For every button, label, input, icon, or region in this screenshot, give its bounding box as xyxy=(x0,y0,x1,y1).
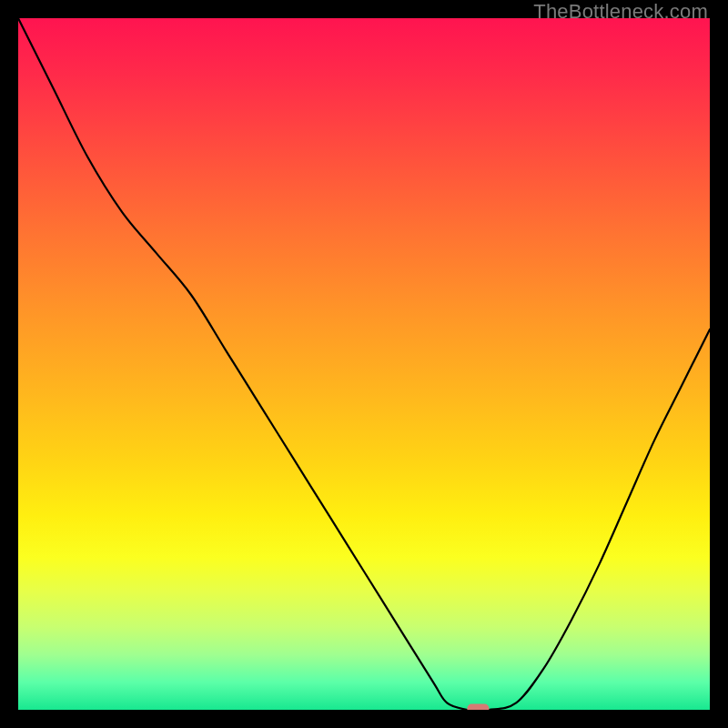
watermark-text: TheBottleneck.com xyxy=(533,0,708,24)
curve-svg xyxy=(18,18,710,710)
optimum-marker xyxy=(467,704,489,711)
chart-frame: TheBottleneck.com xyxy=(0,0,728,728)
bottleneck-curve xyxy=(18,18,710,710)
plot-area xyxy=(18,18,710,710)
